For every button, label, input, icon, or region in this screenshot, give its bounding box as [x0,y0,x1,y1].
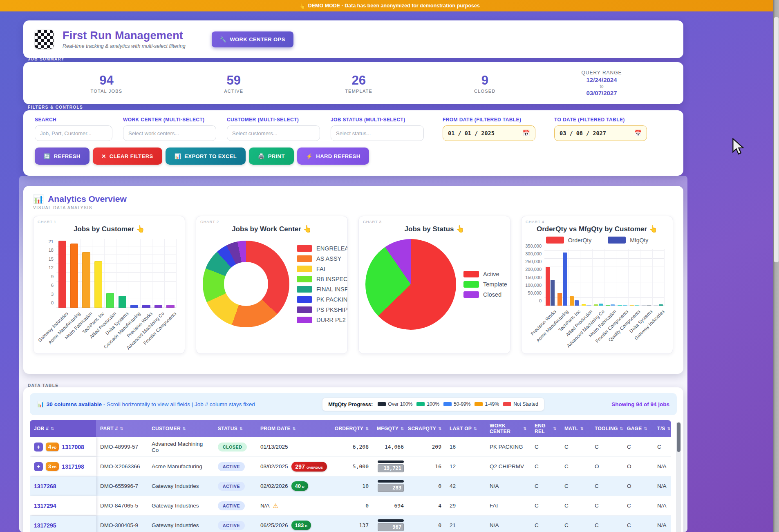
page-background: 👆 DEMO MODE - Data has been anonymized f… [0,0,779,532]
chart-jobs-by-customer: CHART 1Jobs by Customer 👆036912151821Gat… [33,216,185,354]
sort-icon: ⇅ [644,427,647,431]
bar-allied-production [106,293,114,308]
sort-icon: ⇅ [438,427,441,431]
bar-group-precision-works [544,249,556,306]
export-excel-button[interactable]: 📊EXPORT TO EXCEL [166,148,246,165]
bar-mfgqty [551,280,555,306]
button-label: CLEAR FILTERS [110,153,153,159]
progress-legend-swatch [503,402,511,406]
job-number-link[interactable]: 1317295 [34,522,56,529]
work-center-multiselect[interactable] [123,125,216,141]
analytics-card: 📊 Analytics Overview VISUAL DATA ANALYSI… [23,186,683,374]
filter-field-job-status-multiselect: JOB STATUS (MULTI-SELECT) [331,117,424,141]
column-header-eng-rel[interactable]: ENG REL⇅ [531,420,560,437]
bar-gateway-industries [58,241,66,308]
table-vertical-scrollbar[interactable] [676,422,681,532]
badge-suffix: D [302,485,304,489]
y-tick-label: 50,000 [528,291,542,295]
column-label: GAGE [627,426,642,431]
job-status-multiselect[interactable] [331,125,424,141]
job-number-link[interactable]: 1317268 [34,483,56,490]
print-button[interactable]: 🖨️PRINT [249,148,294,165]
table-row-job-1317268[interactable]: 1317268DMO-655996-7Gateway IndustriesACT… [30,476,671,496]
warning-icon: ⚠ [273,502,278,510]
customer-cell: Advanced Machining Co [148,437,214,456]
expand-row-button[interactable]: + [34,462,43,471]
mfgqty-cell: 694 [373,496,408,515]
bar-slot [68,239,80,308]
ts-cell: N/A [653,516,671,532]
refresh-button[interactable]: 🔄REFRESH [35,148,90,165]
table-row-job-1317008[interactable]: +4PD1317008DMO-48999-57Advanced Machinin… [30,437,671,457]
prom-date-value: 01/13/2025 [260,444,288,450]
column-header-gage[interactable]: GAGE⇅ [623,420,653,437]
column-label: MFGQTY [377,426,398,431]
table-row-job-1317198[interactable]: +3PD1317198DMO-X2063366Acme Manufacturin… [30,457,671,476]
query-range-joiner: to [546,84,657,89]
column-header-matl[interactable]: MATL⇅ [560,420,591,437]
hard-refresh-button[interactable]: ⚡HARD REFRESH [297,148,369,165]
legend-swatch [297,245,312,252]
bar-slot [165,239,177,308]
job-number-link[interactable]: 1317198 [62,463,84,470]
scrapqty-cell: 4 [408,496,445,515]
part-number-cell: DMO-48999-57 [96,437,148,456]
search-input[interactable] [35,125,112,141]
column-header-part-[interactable]: PART #⇅ [96,420,148,437]
column-header-tooling[interactable]: TOOLING⇅ [591,420,623,437]
bar-advanced-machining-co [154,305,162,308]
column-header-mfgqty[interactable]: MFGQTY⇅ [373,420,408,437]
legend-item-durr-pl2: DURR PL2 [297,317,348,323]
prom-date-cell: 06/25/2026183D [256,516,332,532]
y-tick-label: 350,000 [525,244,542,248]
to-date-input[interactable]: 03 / 08 / 2027📅 [554,125,647,141]
job-number-link[interactable]: 1317294 [34,503,56,509]
badge-number: 40 [295,483,301,489]
column-header-t-s[interactable]: T/S⇅ [653,420,671,437]
column-header-work-center[interactable]: WORK CENTER⇅ [486,420,531,437]
column-header-prom-date[interactable]: PROM DATE⇅ [256,420,332,437]
column-header-status[interactable]: STATUS⇅ [214,420,256,437]
customer-multiselect[interactable] [227,125,320,141]
legend-item-template: Template [463,281,507,288]
table-scrollbar-thumb[interactable] [677,422,681,452]
progress-legend-swatch [378,402,386,406]
mfgqty-progress-legend: MfgQty Progress: Over 100%100%50-99%1-49… [322,398,544,411]
filter-field-from-date-input: FROM DATE (FILTERED TABLE)01 / 01 / 2025… [443,117,535,141]
legend-item-closed: Closed [463,291,507,298]
column-label: TOOLING [595,426,618,431]
clear-filters-button[interactable]: ✕CLEAR FILTERS [93,148,162,165]
stat-label: TEMPLATE [345,89,372,94]
y-tick-label: 9 [51,274,54,279]
badge-number: 183 [295,522,304,528]
expand-row-button[interactable]: + [34,443,43,452]
browser-scrollbar[interactable] [773,0,779,532]
work-center-multiselect-label: WORK CENTER (MULTI-SELECT) [123,117,216,123]
column-header-last-op[interactable]: LAST OP⇅ [445,420,486,437]
work-center-ops-button[interactable]: 🔧 WORK CENTER OPS [212,31,293,47]
y-tick-label: 21 [49,239,54,244]
eng-rel-cell: C [531,476,560,496]
eng-rel-cell: C [531,516,560,532]
browser-scrollbar-thumb[interactable] [774,17,779,262]
query-range-to: 03/07/2027 [546,89,657,96]
job-number-link[interactable]: 1317008 [62,444,84,450]
column-header-scrapqty[interactable]: SCRAPQTY⇅ [408,420,445,437]
sort-icon: ⇅ [553,427,556,431]
chart-icon: 📊 [37,401,44,407]
bar-orderqty [546,267,550,306]
column-header-job-[interactable]: JOB #⇅ [30,420,96,437]
stat-value: 26 [345,73,372,88]
bar-slot [105,239,116,308]
table-row-job-1317295[interactable]: 1317295DMO-300405-9Gateway IndustriesACT… [30,516,671,532]
column-header-customer[interactable]: CUSTOMER⇅ [148,420,214,437]
demo-mode-text: - Data has been anonymized for demonstra… [340,3,480,9]
overdue-badge: 297OVERDUE [291,462,327,472]
column-label: MATL [564,426,578,431]
from-date-input[interactable]: 01 / 01 / 2025📅 [443,125,535,141]
table-row-job-1317294[interactable]: 1317294DMO-847065-5Gateway IndustriesACT… [30,496,671,516]
bar-orderqty [557,293,562,306]
column-header-orderqty[interactable]: ORDERQTY⇅ [332,420,373,437]
summary-stats: 94TOTAL JOBS59ACTIVE26TEMPLATE9CLOSED [23,73,546,94]
matl-cell: C [560,496,591,515]
